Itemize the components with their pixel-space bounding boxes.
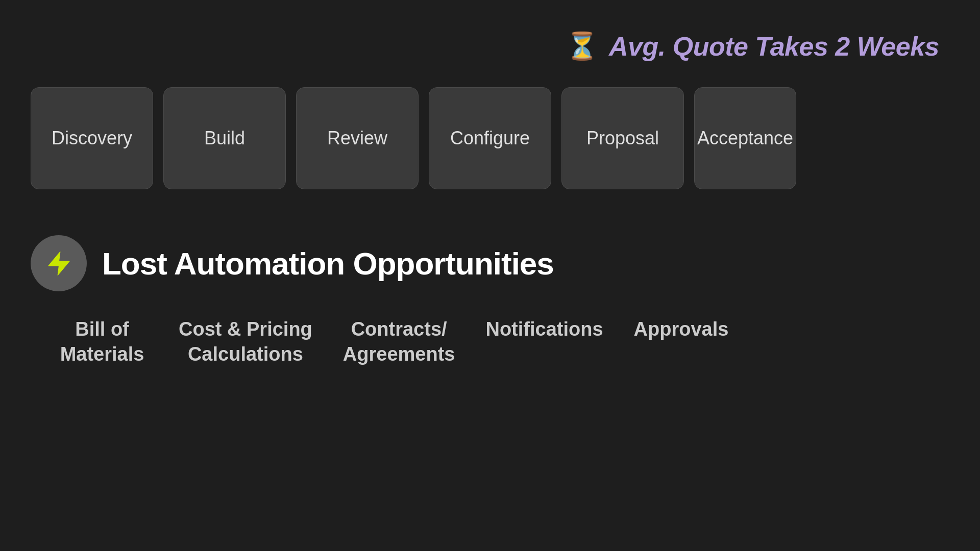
step-label-acceptance: Acceptance xyxy=(697,128,793,149)
step-label-configure: Configure xyxy=(450,128,530,149)
step-card-build[interactable]: Build xyxy=(163,87,286,189)
step-label-review: Review xyxy=(327,128,387,149)
opportunity-label-bill-of-materials: Bill ofMaterials xyxy=(60,318,144,365)
section-header: Lost Automation Opportunities xyxy=(31,235,949,291)
step-label-discovery: Discovery xyxy=(52,128,132,149)
step-label-proposal: Proposal xyxy=(586,128,659,149)
opportunity-notifications: Notifications xyxy=(470,317,618,367)
step-card-acceptance[interactable]: Acceptance xyxy=(694,87,796,189)
opportunity-label-approvals: Approvals xyxy=(634,318,729,340)
opportunity-items: Bill ofMaterials Cost & PricingCalculati… xyxy=(31,317,949,367)
opportunity-label-notifications: Notifications xyxy=(485,318,603,340)
section-title: Lost Automation Opportunities xyxy=(102,245,554,282)
step-card-review[interactable]: Review xyxy=(296,87,419,189)
opportunity-bill-of-materials: Bill ofMaterials xyxy=(41,317,163,367)
header-area: ⏳ Avg. Quote Takes 2 Weeks xyxy=(0,0,980,82)
opportunity-contracts-agreements: Contracts/Agreements xyxy=(328,317,471,367)
process-steps-row: Discovery Build Review Configure Proposa… xyxy=(0,87,980,189)
step-card-configure[interactable]: Configure xyxy=(429,87,551,189)
lightning-circle xyxy=(31,235,87,291)
avg-quote-label: Avg. Quote Takes 2 Weeks xyxy=(609,31,939,62)
step-card-proposal[interactable]: Proposal xyxy=(561,87,684,189)
step-label-build: Build xyxy=(204,128,245,149)
opportunity-label-cost-pricing: Cost & PricingCalculations xyxy=(179,318,312,365)
lost-automation-section: Lost Automation Opportunities Bill ofMat… xyxy=(0,205,980,367)
page-container: ⏳ Avg. Quote Takes 2 Weeks Discovery Bui… xyxy=(0,0,980,551)
opportunity-approvals: Approvals xyxy=(619,317,744,367)
hourglass-icon: ⏳ xyxy=(566,31,599,62)
lightning-icon xyxy=(45,249,73,278)
opportunity-label-contracts-agreements: Contracts/Agreements xyxy=(343,318,455,365)
step-card-discovery[interactable]: Discovery xyxy=(31,87,153,189)
opportunity-cost-pricing: Cost & PricingCalculations xyxy=(163,317,328,367)
